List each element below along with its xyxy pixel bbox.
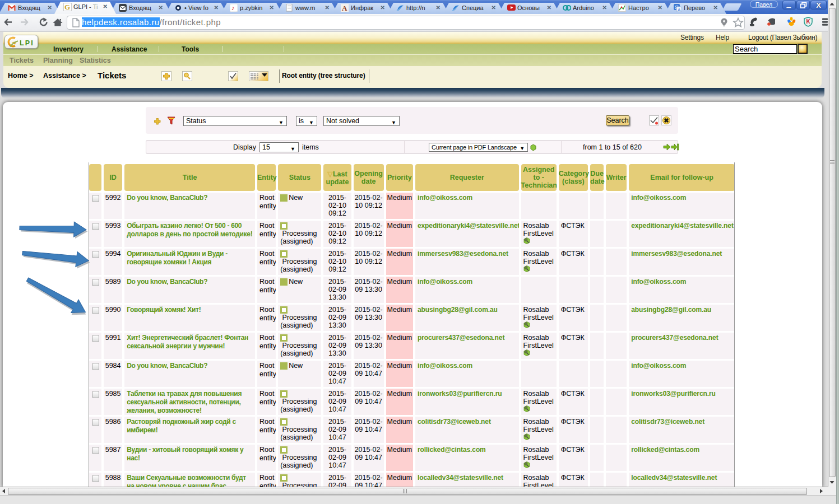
- svg-text:A: A: [678, 7, 681, 12]
- svg-text:G: G: [64, 3, 70, 11]
- svg-text:А: А: [342, 4, 347, 12]
- svg-text:LPI: LPI: [20, 39, 34, 47]
- svg-text:K: K: [806, 18, 811, 25]
- svg-text:♪: ♪: [231, 4, 235, 11]
